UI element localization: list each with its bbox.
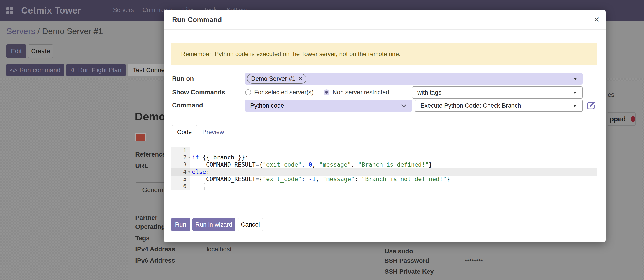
warning-banner: Remember: Python code is executed on the… <box>171 43 597 65</box>
radio-on-icon[interactable] <box>324 89 330 95</box>
warning-text: Remember: Python code is executed on the… <box>181 51 400 58</box>
radio-non-server-restricted[interactable]: Non server restricted <box>324 89 389 96</box>
run-in-wizard-button[interactable]: Run in wizard <box>192 218 235 231</box>
breadcrumb-separator: / <box>38 27 42 36</box>
tags-label: Tags <box>135 234 150 242</box>
operating-system-label: Operating <box>135 223 165 230</box>
partner-label: Partner <box>135 214 158 221</box>
dropdown-caret-icon[interactable] <box>574 78 577 80</box>
remove-tag-icon[interactable]: ✕ <box>298 76 302 82</box>
code-editor[interactable]: 12▾if {{ branch }}:3 COMMAND_RESULT={"ex… <box>171 147 597 190</box>
url-label: URL <box>135 162 148 169</box>
indent-guide <box>204 183 205 190</box>
run-on-label: Run on <box>172 75 194 82</box>
gutter-line-number[interactable]: 4▾ <box>171 168 190 176</box>
create-button[interactable]: Create <box>28 44 53 58</box>
indent-guide <box>198 176 198 190</box>
gutter-line-number[interactable]: 6 <box>171 183 190 190</box>
status-badge: pped <box>606 112 636 126</box>
edit-button[interactable]: Edit <box>6 44 26 58</box>
text-cursor <box>210 169 210 175</box>
apps-grid-icon[interactable] <box>6 7 13 14</box>
use-sudo-label: Use sudo <box>384 248 413 255</box>
dropdown-caret-icon <box>573 92 577 94</box>
command-type-select[interactable]: Python code <box>245 99 412 112</box>
ssh-password-value: ******** <box>465 258 483 265</box>
code-line-content[interactable]: COMMAND_RESULT={"exit_code": 0, "message… <box>190 161 432 168</box>
run-command-modal: Run Command ✕ Remember: Python code is e… <box>164 10 606 242</box>
dropdown-caret-icon <box>573 105 577 107</box>
status-dot-icon <box>631 116 636 122</box>
modal-header: Run Command ✕ <box>164 10 606 30</box>
indent-guide <box>198 162 198 168</box>
reference-label: Reference <box>135 151 166 158</box>
code-line-content[interactable]: else: <box>190 168 210 176</box>
radio-for-selected-servers[interactable]: For selected server(s) <box>245 89 314 96</box>
code-line-content[interactable] <box>190 183 192 190</box>
run-on-field[interactable]: Demo Server #1 ✕ <box>245 73 582 85</box>
code-line-6[interactable]: 6 <box>171 183 597 190</box>
run-command-button[interactable]: </> Run command <box>6 64 64 76</box>
plane-icon: ✈ <box>71 67 76 74</box>
indent-guide <box>211 183 211 190</box>
breadcrumb-current: Demo Server #1 <box>42 27 103 36</box>
code-line-5[interactable]: 5 COMMAND_RESULT={"exit_code": -1, "mess… <box>171 176 597 183</box>
radio-off-icon[interactable] <box>245 89 251 95</box>
tags-filter-select[interactable]: with tags <box>412 86 582 99</box>
code-line-content[interactable] <box>190 147 192 154</box>
column-divider <box>452 242 453 265</box>
code-line-4[interactable]: 4▾else: <box>171 168 597 176</box>
fold-caret-icon[interactable]: ▾ <box>188 154 190 161</box>
run-flight-plan-button[interactable]: ✈ Run Flight Plan <box>66 64 126 76</box>
code-line-3[interactable]: 3 COMMAND_RESULT={"exit_code": 0, "messa… <box>171 161 597 168</box>
show-commands-radios: For selected server(s) Non server restri… <box>245 86 389 99</box>
code-icon: </> <box>10 67 17 74</box>
close-icon[interactable]: ✕ <box>594 10 600 30</box>
code-line-content[interactable]: if {{ branch }}: <box>190 154 248 161</box>
tabs-divider <box>172 139 597 139</box>
column-divider <box>202 242 203 265</box>
nav-item-servers[interactable]: Servers <box>113 7 134 14</box>
show-commands-label: Show Commands <box>172 89 225 96</box>
command-label: Command <box>172 102 203 109</box>
modal-title: Run Command <box>172 10 222 30</box>
cancel-button[interactable]: Cancel <box>238 218 263 231</box>
breadcrumb-servers[interactable]: Servers <box>6 27 35 36</box>
external-link-icon[interactable] <box>586 100 596 111</box>
gutter-line-number[interactable]: 2▾ <box>171 154 190 161</box>
server-title: Demo <box>135 110 166 123</box>
run-button[interactable]: Run <box>171 218 190 231</box>
ipv6-label: IPv6 Address <box>135 257 175 264</box>
ipv4-value: localhost <box>206 246 232 253</box>
tab-code[interactable]: Code <box>172 125 197 139</box>
code-line-content[interactable]: COMMAND_RESULT={"exit_code": -1, "messag… <box>190 176 450 183</box>
server-tag[interactable]: Demo Server #1 ✕ <box>247 74 306 84</box>
command-select[interactable]: Execute Python Code: Check Branch <box>415 99 582 112</box>
ipv4-label: IPv4 Address <box>135 246 175 253</box>
screen: Cetmix Tower ServersCommandsFilesToolsSe… <box>0 0 644 280</box>
ssh-private-key-label: SSH Private Key <box>384 268 434 275</box>
chevron-down-icon <box>402 102 406 107</box>
app-brand[interactable]: Cetmix Tower <box>21 0 81 21</box>
color-swatch[interactable] <box>135 133 146 141</box>
gutter-line-number[interactable]: 3 <box>171 161 190 168</box>
code-line-2[interactable]: 2▾if {{ branch }}: <box>171 154 597 161</box>
tab-preview[interactable]: Preview <box>197 125 229 139</box>
gutter-line-number[interactable]: 1 <box>171 147 190 154</box>
form-column-separator <box>239 72 239 113</box>
breadcrumb: Servers / Demo Server #1 <box>6 27 103 36</box>
ssh-password-label: SSH Password <box>384 257 429 264</box>
code-line-1[interactable]: 1 <box>171 147 597 154</box>
gutter-line-number[interactable]: 5 <box>171 176 190 183</box>
server-tag-label: Demo Server #1 <box>251 75 296 82</box>
fold-caret-icon[interactable]: ▾ <box>188 169 190 176</box>
truncated-stat-button[interactable]: es <box>608 91 614 98</box>
status-badge-label: pped <box>610 115 626 123</box>
